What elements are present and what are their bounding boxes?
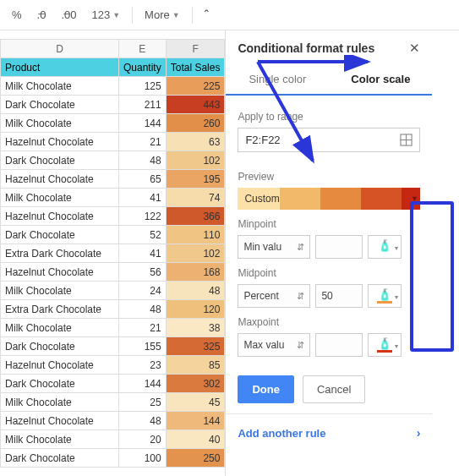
- sales-cell[interactable]: 195: [166, 170, 225, 189]
- percent-format-button[interactable]: %: [5, 5, 29, 25]
- product-cell[interactable]: Milk Chocolate: [1, 282, 119, 300]
- sales-cell[interactable]: 120: [166, 300, 225, 319]
- minpoint-type-select[interactable]: Min valu⇵: [238, 235, 310, 259]
- product-cell[interactable]: Extra Dark Chocolate: [1, 244, 119, 263]
- sales-cell[interactable]: 443: [166, 96, 225, 114]
- tab-single-color[interactable]: Single color: [226, 64, 329, 94]
- table-row: Milk Chocolate2040: [1, 430, 225, 449]
- cancel-button[interactable]: Cancel: [303, 375, 365, 403]
- add-rule-button[interactable]: Add another rule ›: [226, 413, 432, 451]
- header-cell[interactable]: Total Sales: [166, 58, 225, 77]
- quantity-cell[interactable]: 65: [119, 170, 167, 189]
- column-header-d[interactable]: D: [1, 40, 119, 58]
- header-cell[interactable]: Product: [1, 58, 119, 77]
- quantity-cell[interactable]: 48: [119, 151, 167, 170]
- quantity-cell[interactable]: 21: [119, 133, 167, 151]
- quantity-cell[interactable]: 122: [119, 207, 167, 226]
- tab-color-scale[interactable]: Color scale: [329, 64, 432, 94]
- quantity-cell[interactable]: 48: [119, 412, 167, 430]
- preview-dropdown[interactable]: ▼: [402, 188, 420, 210]
- sales-cell[interactable]: 85: [166, 356, 225, 375]
- decrease-decimal-button[interactable]: _.0: [30, 5, 53, 25]
- sales-cell[interactable]: 63: [166, 133, 225, 151]
- quantity-cell[interactable]: 41: [119, 244, 167, 263]
- quantity-cell[interactable]: 155: [119, 337, 167, 356]
- product-cell[interactable]: Dark Chocolate: [1, 96, 119, 114]
- product-cell[interactable]: Dark Chocolate: [1, 337, 119, 356]
- midpoint-value-input[interactable]: 50: [315, 284, 363, 308]
- product-cell[interactable]: Dark Chocolate: [1, 226, 119, 244]
- sales-cell[interactable]: 144: [166, 412, 225, 430]
- quantity-cell[interactable]: 52: [119, 226, 167, 244]
- product-cell[interactable]: Hazelnut Chocolate: [1, 170, 119, 189]
- minpoint-color-picker[interactable]: 🧴 ▾: [368, 235, 402, 259]
- quantity-cell[interactable]: 20: [119, 430, 167, 449]
- product-cell[interactable]: Milk Chocolate: [1, 77, 119, 96]
- increase-decimal-button[interactable]: _.00: [54, 5, 83, 25]
- sales-cell[interactable]: 302: [166, 375, 225, 393]
- sales-cell[interactable]: 168: [166, 263, 225, 282]
- maxpoint-value-input[interactable]: [315, 333, 363, 357]
- midpoint-color-picker[interactable]: 🧴 ▾: [368, 284, 402, 308]
- product-cell[interactable]: Milk Chocolate: [1, 319, 119, 337]
- maxpoint-type-select[interactable]: Max valu⇵: [238, 333, 310, 357]
- sales-cell[interactable]: 40: [166, 430, 225, 449]
- sales-cell[interactable]: 250: [166, 449, 225, 468]
- midpoint-label: Midpoint: [238, 267, 420, 279]
- table-row: Milk Chocolate2545: [1, 393, 225, 412]
- product-cell[interactable]: Milk Chocolate: [1, 393, 119, 412]
- done-button[interactable]: Done: [238, 375, 294, 403]
- sales-cell[interactable]: 325: [166, 337, 225, 356]
- data-range-icon[interactable]: [400, 134, 413, 146]
- close-icon[interactable]: ✕: [409, 41, 420, 56]
- product-cell[interactable]: Milk Chocolate: [1, 114, 119, 133]
- sales-cell[interactable]: 260: [166, 114, 225, 133]
- maxpoint-color-picker[interactable]: 🧴 ▾: [368, 333, 402, 357]
- column-header-e[interactable]: E: [119, 40, 167, 58]
- quantity-cell[interactable]: 23: [119, 356, 167, 375]
- sales-cell[interactable]: 38: [166, 319, 225, 337]
- sales-cell[interactable]: 225: [166, 77, 225, 96]
- more-menu-button[interactable]: More▼: [138, 5, 187, 25]
- product-cell[interactable]: Hazelnut Chocolate: [1, 356, 119, 375]
- sales-cell[interactable]: 102: [166, 151, 225, 170]
- color-swatch: [377, 252, 392, 254]
- product-cell[interactable]: Milk Chocolate: [1, 189, 119, 207]
- sales-cell[interactable]: 102: [166, 244, 225, 263]
- quantity-cell[interactable]: 24: [119, 282, 167, 300]
- sales-cell[interactable]: 74: [166, 189, 225, 207]
- number-format-button[interactable]: 123▼: [85, 5, 127, 25]
- product-cell[interactable]: Extra Dark Chocolate: [1, 300, 119, 319]
- quantity-cell[interactable]: 211: [119, 96, 167, 114]
- column-header-f[interactable]: F: [166, 40, 225, 58]
- midpoint-type-select[interactable]: Percent⇵: [238, 284, 310, 308]
- quantity-cell[interactable]: 21: [119, 319, 167, 337]
- sales-cell[interactable]: 48: [166, 282, 225, 300]
- sales-cell[interactable]: 110: [166, 226, 225, 244]
- product-cell[interactable]: Dark Chocolate: [1, 375, 119, 393]
- paint-bucket-icon: 🧴: [378, 289, 391, 300]
- product-cell[interactable]: Hazelnut Chocolate: [1, 263, 119, 282]
- collapse-button[interactable]: ˆ: [198, 5, 216, 25]
- quantity-cell[interactable]: 25: [119, 393, 167, 412]
- spreadsheet-area[interactable]: D E F ProductQuantityTotal SalesMilk Cho…: [0, 30, 225, 476]
- product-cell[interactable]: Hazelnut Chocolate: [1, 133, 119, 151]
- quantity-cell[interactable]: 144: [119, 375, 167, 393]
- sales-cell[interactable]: 366: [166, 207, 225, 226]
- quantity-cell[interactable]: 48: [119, 300, 167, 319]
- product-cell[interactable]: Hazelnut Chocolate: [1, 412, 119, 430]
- product-cell[interactable]: Dark Chocolate: [1, 449, 119, 468]
- product-cell[interactable]: Dark Chocolate: [1, 151, 119, 170]
- quantity-cell[interactable]: 100: [119, 449, 167, 468]
- sales-cell[interactable]: 45: [166, 393, 225, 412]
- quantity-cell[interactable]: 41: [119, 189, 167, 207]
- quantity-cell[interactable]: 125: [119, 77, 167, 96]
- product-cell[interactable]: Hazelnut Chocolate: [1, 207, 119, 226]
- product-cell[interactable]: Milk Chocolate: [1, 430, 119, 449]
- range-input[interactable]: F2:F22: [238, 128, 420, 152]
- minpoint-value-input[interactable]: [315, 235, 363, 259]
- header-cell[interactable]: Quantity: [119, 58, 167, 77]
- preview-gradient[interactable]: Custom ▼: [238, 188, 420, 210]
- quantity-cell[interactable]: 144: [119, 114, 167, 133]
- quantity-cell[interactable]: 56: [119, 263, 167, 282]
